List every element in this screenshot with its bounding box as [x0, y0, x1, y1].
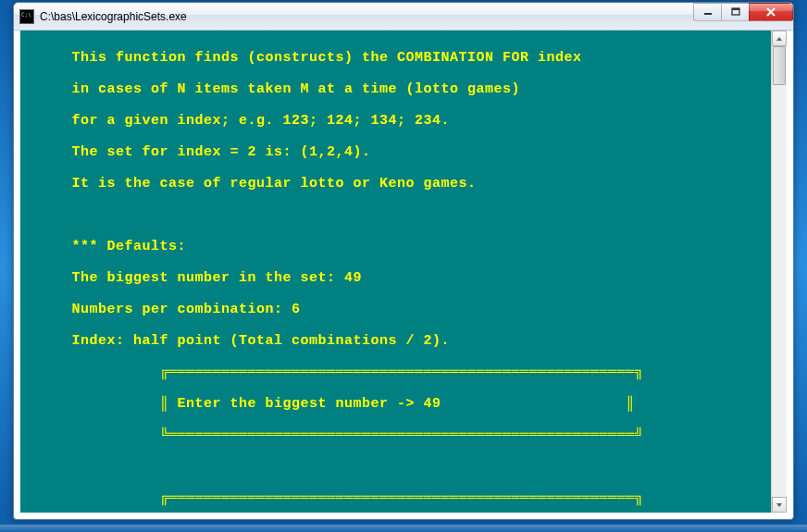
minimize-button[interactable] [693, 3, 721, 21]
blank-line [20, 459, 771, 475]
svg-rect-0 [704, 13, 712, 15]
box1-mid: ║ Enter the biggest number -> 49 ║ [20, 396, 771, 412]
box1-bot: ╚═══════════════════════════════════════… [20, 427, 771, 443]
client-area: This function finds (constructs) the COM… [20, 31, 787, 513]
intro-line: The set for index = 2 is: (1,2,4). [20, 144, 771, 160]
input-biggest[interactable]: 49 [424, 396, 441, 412]
default-per-combo: Numbers per combination: 6 [20, 302, 771, 317]
window-title: C:\bas\LexicographicSets.exe [40, 10, 793, 23]
svg-rect-2 [732, 8, 739, 10]
scroll-up-button[interactable] [772, 31, 787, 46]
titlebar[interactable]: C:\bas\LexicographicSets.exe [14, 3, 793, 31]
maximize-button[interactable] [721, 3, 749, 21]
vertical-scrollbar[interactable] [771, 31, 787, 513]
default-biggest: The biggest number in the set: 49 [20, 270, 771, 286]
intro-line: This function finds (constructs) the COM… [20, 50, 771, 66]
default-index: Index: half point (Total combinations / … [20, 333, 771, 349]
application-window: C:\bas\LexicographicSets.exe This functi… [13, 2, 794, 520]
box2-top: ╔═══════════════════════════════════════… [20, 490, 771, 506]
defaults-header: *** Defaults: [20, 239, 771, 254]
console-output[interactable]: This function finds (constructs) the COM… [20, 31, 771, 513]
scroll-down-button[interactable] [772, 497, 787, 513]
blank-line [20, 207, 771, 223]
scroll-thumb[interactable] [773, 46, 786, 85]
app-icon [19, 9, 34, 24]
prompt-biggest: Enter the biggest number -> [178, 396, 424, 412]
intro-line: for a given index; e.g. 123; 124; 134; 2… [20, 113, 771, 129]
taskbar-edge [0, 525, 807, 532]
intro-line: in cases of N items taken M at a time (l… [20, 81, 771, 97]
box1-top: ╔═══════════════════════════════════════… [20, 365, 771, 380]
scroll-track[interactable] [772, 46, 787, 497]
window-controls [693, 3, 793, 21]
intro-line: It is the case of regular lotto or Keno … [20, 176, 771, 192]
close-button[interactable] [749, 3, 793, 21]
